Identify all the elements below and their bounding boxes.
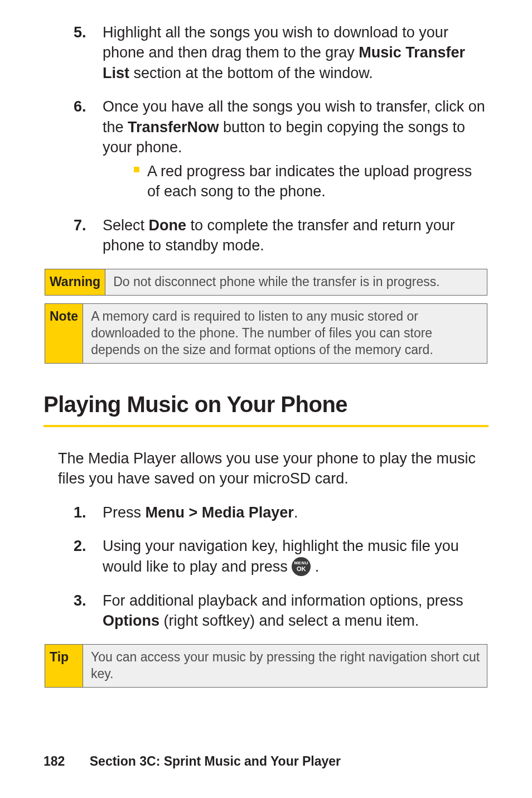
note-callout: Note A memory card is required to listen… — [45, 303, 487, 364]
menu-ok-icon: MENUOK — [292, 557, 311, 576]
page-footer: 182 Section 3C: Sprint Music and Your Pl… — [43, 753, 341, 770]
step-number: 1. — [74, 502, 103, 523]
list-item: 2.Using your navigation key, highlight t… — [43, 536, 489, 577]
warning-body: Do not disconnect phone while the transf… — [105, 269, 487, 295]
warning-label: Warning — [45, 269, 105, 295]
step-body: For additional playback and information … — [103, 591, 489, 631]
list-item: 5.Highlight all the songs you wish to do… — [43, 22, 489, 83]
step-number: 6. — [74, 96, 103, 201]
step-number: 2. — [74, 536, 103, 577]
step-body: Select Done to complete the transfer and… — [103, 215, 489, 256]
list-item: 7.Select Done to complete the transfer a… — [43, 215, 489, 256]
title-underline — [43, 425, 489, 427]
tip-label: Tip — [45, 645, 83, 687]
note-label: Note — [45, 304, 83, 363]
list-item: 6.Once you have all the songs you wish t… — [43, 96, 489, 201]
sub-bullet: A red progress bar indicates the upload … — [103, 161, 489, 202]
step-body: Using your navigation key, highlight the… — [103, 536, 489, 577]
step-number: 7. — [74, 215, 103, 256]
step-body: Once you have all the songs you wish to … — [103, 96, 489, 201]
intro-paragraph: The Media Player allows you use your pho… — [58, 448, 489, 489]
step-number: 5. — [74, 22, 103, 83]
bullet-icon — [134, 167, 139, 172]
page-title: Playing Music on Your Phone — [43, 389, 489, 419]
step-body: Highlight all the songs you wish to down… — [103, 22, 489, 83]
tip-body: You can access your music by pressing th… — [83, 645, 487, 687]
list-item: 3.For additional playback and informatio… — [43, 591, 489, 631]
step-body: Press Menu > Media Player. — [103, 502, 489, 523]
step-number: 3. — [74, 591, 103, 631]
tip-callout: Tip You can access your music by pressin… — [45, 644, 487, 688]
note-body: A memory card is required to listen to a… — [83, 304, 487, 363]
page-number: 182 — [43, 754, 65, 768]
footer-section: Section 3C: Sprint Music and Your Player — [90, 754, 341, 768]
list-item: 1.Press Menu > Media Player. — [43, 502, 489, 523]
warning-callout: Warning Do not disconnect phone while th… — [45, 269, 487, 296]
